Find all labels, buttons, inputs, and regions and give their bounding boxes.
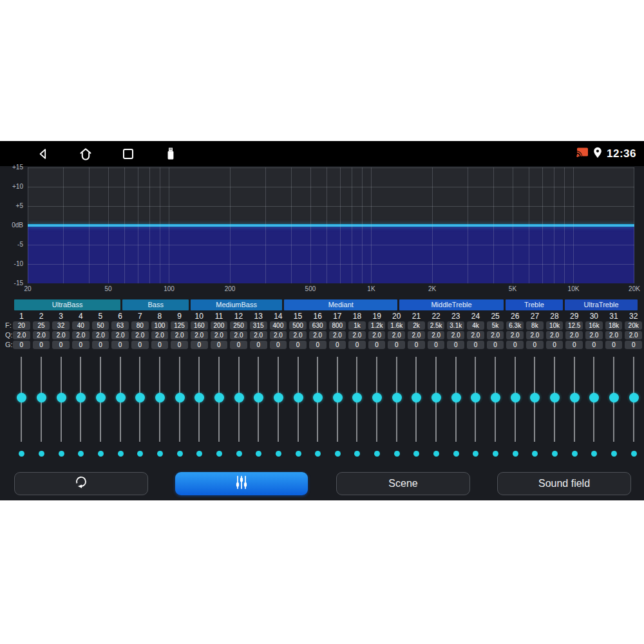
eq-slider[interactable] xyxy=(249,352,269,461)
home-button[interactable] xyxy=(77,141,94,166)
eq-slider[interactable] xyxy=(130,352,150,461)
slider-knob[interactable] xyxy=(550,393,560,402)
eq-slider[interactable] xyxy=(466,352,486,461)
eq-slider[interactable] xyxy=(229,352,249,461)
slider-knob[interactable] xyxy=(392,393,402,402)
recents-button[interactable] xyxy=(120,141,137,166)
gain-value-cell: 0 xyxy=(625,341,642,349)
gridline-vertical xyxy=(310,167,311,283)
sound-field-button[interactable]: Sound field xyxy=(497,472,631,495)
channel-number: 19 xyxy=(367,312,387,321)
eq-slider[interactable] xyxy=(169,352,189,461)
slider-knob[interactable] xyxy=(412,393,421,402)
q-value-cell: 2.0 xyxy=(447,331,464,339)
usb-device-button[interactable] xyxy=(162,141,179,166)
slider-knob[interactable] xyxy=(294,393,303,402)
eq-slider[interactable] xyxy=(564,352,584,461)
slider-knob[interactable] xyxy=(57,393,66,402)
slider-knob[interactable] xyxy=(254,393,263,402)
scene-button[interactable]: Scene xyxy=(336,472,470,495)
slider-knob[interactable] xyxy=(96,393,106,402)
band-segment: Bass xyxy=(122,299,189,310)
eq-slider[interactable] xyxy=(623,352,643,461)
eq-slider[interactable] xyxy=(209,352,229,461)
slider-knob[interactable] xyxy=(333,393,343,402)
channel-number: 30 xyxy=(584,312,604,321)
eq-slider[interactable] xyxy=(545,352,565,461)
gridline-vertical xyxy=(138,167,138,283)
slider-knob[interactable] xyxy=(372,393,382,402)
eq-slider[interactable] xyxy=(426,352,446,461)
eq-slider[interactable] xyxy=(406,352,426,461)
q-value-cell: 2.0 xyxy=(309,331,327,339)
band-segment: MediumBass xyxy=(191,299,282,310)
slider-knob[interactable] xyxy=(274,393,283,402)
eq-slider[interactable] xyxy=(308,352,328,461)
slider-indicator-dot xyxy=(296,451,301,457)
slider-knob[interactable] xyxy=(17,393,26,402)
slider-knob[interactable] xyxy=(629,393,639,402)
slider-knob[interactable] xyxy=(76,393,86,402)
slider-indicator-dot xyxy=(354,451,360,457)
slider-knob[interactable] xyxy=(491,393,500,402)
freq-value-cell: 6.3k xyxy=(506,321,524,330)
eq-slider[interactable] xyxy=(150,352,170,461)
eq-slider[interactable] xyxy=(32,352,52,461)
slider-knob[interactable] xyxy=(116,393,126,402)
eq-response-graph: +15+10+50dB-5-10-15 20501002005001K2K5K1… xyxy=(0,167,644,296)
eq-slider[interactable] xyxy=(367,352,387,461)
slider-knob[interactable] xyxy=(609,393,619,402)
freq-tick-label: 2K xyxy=(428,285,436,292)
slider-knob[interactable] xyxy=(431,393,441,402)
freq-value-cell: 5k xyxy=(487,321,504,330)
slider-indicator-dot xyxy=(196,451,202,457)
eq-slider[interactable] xyxy=(525,352,545,461)
slider-knob[interactable] xyxy=(37,393,46,402)
eq-slider[interactable] xyxy=(584,352,604,461)
eq-slider[interactable] xyxy=(446,352,466,461)
eq-slider[interactable] xyxy=(505,352,525,461)
slider-knob[interactable] xyxy=(511,393,520,402)
freq-value-cell: 630 xyxy=(309,321,327,330)
bottom-toolbar: Scene Sound field xyxy=(0,472,644,495)
eq-slider[interactable] xyxy=(189,352,209,461)
slider-knob[interactable] xyxy=(451,393,461,402)
gain-value-cell: 0 xyxy=(289,341,307,349)
eq-slider[interactable] xyxy=(110,352,130,461)
slider-knob[interactable] xyxy=(570,393,580,402)
slider-knob[interactable] xyxy=(135,393,145,402)
slider-knob[interactable] xyxy=(313,393,323,402)
eq-slider[interactable] xyxy=(71,352,91,461)
eq-slider[interactable] xyxy=(12,352,32,461)
slider-indicator-dot xyxy=(433,451,439,457)
band-segment: UltraBass xyxy=(14,299,120,310)
eq-slider[interactable] xyxy=(51,352,71,461)
back-button[interactable] xyxy=(35,141,52,166)
gain-value-cell: 0 xyxy=(250,341,267,349)
slider-knob[interactable] xyxy=(234,393,244,402)
eq-slider[interactable] xyxy=(347,352,367,461)
slider-knob[interactable] xyxy=(352,393,362,402)
reset-button[interactable] xyxy=(14,472,148,495)
slider-knob[interactable] xyxy=(214,393,224,402)
slider-indicator-dot xyxy=(137,451,143,457)
slider-knob[interactable] xyxy=(589,393,599,402)
slider-knob[interactable] xyxy=(194,393,204,402)
channel-number: 1 xyxy=(12,312,32,321)
eq-slider[interactable] xyxy=(91,352,111,461)
back-icon xyxy=(36,147,50,161)
equalizer-tab-button[interactable] xyxy=(175,472,308,495)
slider-knob[interactable] xyxy=(471,393,480,402)
slider-knob[interactable] xyxy=(155,393,165,402)
eq-slider[interactable] xyxy=(386,352,406,461)
eq-slider[interactable] xyxy=(604,352,624,461)
slider-indicator-dot xyxy=(572,451,578,457)
eq-slider[interactable] xyxy=(288,352,308,461)
eq-slider[interactable] xyxy=(486,352,506,461)
slider-knob[interactable] xyxy=(175,393,185,402)
eq-slider[interactable] xyxy=(328,352,348,461)
eq-slider[interactable] xyxy=(269,352,289,461)
slider-knob[interactable] xyxy=(530,393,540,402)
q-value-cell: 2.0 xyxy=(111,331,129,339)
q-value-cell: 2.0 xyxy=(171,331,188,339)
